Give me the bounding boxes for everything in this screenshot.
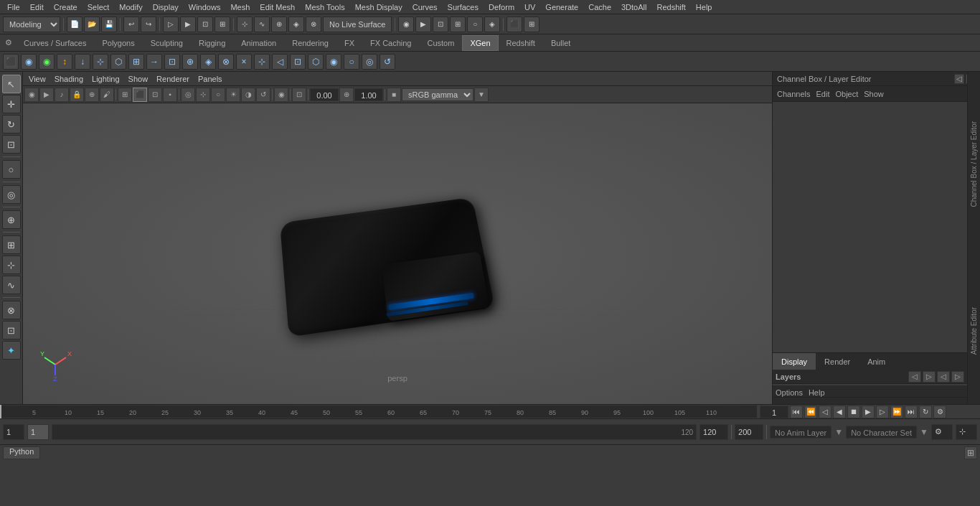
pb-next-frame[interactable]: ▷ (876, 406, 889, 418)
menu-windows[interactable]: Windows (184, 1, 225, 13)
vp-menu-show[interactable]: Show (126, 75, 151, 83)
joint-btn[interactable]: ⊹ (2, 256, 21, 274)
vp-audio-icon[interactable]: ♪ (55, 88, 69, 102)
rp-edit-menu[interactable]: Edit (816, 90, 829, 98)
vp-paint-icon[interactable]: 🖌 (100, 88, 114, 102)
snap-view-btn[interactable]: ◈ (288, 17, 304, 32)
rp-channels-menu[interactable]: Channels (777, 90, 810, 98)
menu-mesh-display[interactable]: Mesh Display (351, 1, 407, 13)
cam-btn[interactable]: ○ (467, 17, 483, 32)
extra-btn1[interactable]: ⚙ (931, 424, 953, 440)
tb2-icon-7[interactable]: ⊞ (128, 54, 144, 70)
mode-dropdown[interactable]: Modeling (3, 17, 60, 32)
tb2-icon-20[interactable]: ◎ (362, 54, 377, 70)
menu-deform[interactable]: Deform (484, 1, 519, 13)
vp-menu-view[interactable]: View (26, 75, 49, 83)
scale-tool-btn[interactable]: ⊡ (2, 135, 21, 154)
python-button[interactable]: Python (3, 446, 40, 459)
menu-create[interactable]: Create (50, 1, 82, 13)
ws-tab-polygons[interactable]: Polygons (94, 35, 142, 51)
ipr-btn[interactable]: ⊡ (433, 17, 448, 32)
sel-mode-btn1[interactable]: ▷ (163, 17, 179, 32)
grid-btn[interactable]: ⊡ (2, 321, 21, 339)
tb2-icon-13[interactable]: × (236, 54, 252, 70)
char-set-field[interactable]: No Character Set (846, 426, 917, 439)
pb-prev-frame[interactable]: ◁ (819, 406, 831, 418)
char-set-arrow[interactable]: ▼ (920, 427, 928, 437)
menu-redshift[interactable]: Redshift (652, 1, 689, 13)
rp-tab-render[interactable]: Render (816, 353, 859, 370)
menu-uv[interactable]: UV (520, 1, 540, 13)
layers-back2-btn[interactable]: ◁ (937, 371, 950, 383)
sel-mode-btn4[interactable]: ⊞ (215, 17, 230, 32)
vp-film-icon[interactable]: ▶ (39, 88, 54, 102)
snap-grid-btn[interactable]: ⊹ (237, 17, 253, 32)
extra-btn2[interactable]: ⊹ (956, 424, 977, 440)
menu-edit[interactable]: Edit (26, 1, 48, 13)
anim-layer-field[interactable]: No Anim Layer (770, 426, 831, 439)
menu-surfaces[interactable]: Surfaces (443, 1, 483, 13)
undo-btn[interactable]: ↩ (123, 17, 139, 32)
menu-curves[interactable]: Curves (408, 1, 442, 13)
snap-point-btn[interactable]: ⊕ (271, 17, 287, 32)
save-file-btn[interactable]: 💾 (101, 17, 117, 32)
vp-lock-icon[interactable]: 🔒 (70, 88, 84, 102)
tb2-icon-5[interactable]: ⊹ (93, 54, 108, 70)
rp-object-menu[interactable]: Object (835, 90, 858, 98)
rp-tab-display[interactable]: Display (773, 353, 816, 370)
ws-tab-redshift[interactable]: Redshift (499, 35, 543, 51)
pb-play-back[interactable]: ◀ (833, 406, 846, 418)
workspace-gear[interactable]: ⚙ (1, 35, 16, 51)
vp-cam-icon[interactable]: ◉ (24, 88, 39, 102)
tb2-icon-16[interactable]: ⊡ (290, 54, 306, 70)
tb2-icon-1[interactable]: ◉ (21, 54, 37, 70)
tb2-icon-12[interactable]: ⊗ (218, 54, 234, 70)
tb2-icon-17[interactable]: ⬡ (308, 54, 324, 70)
ws-tab-sculpting[interactable]: Sculpting (143, 35, 191, 51)
sel-mode-btn3[interactable]: ⊡ (197, 17, 213, 32)
vp-colorspace-select[interactable]: sRGB gamma (402, 88, 473, 101)
menu-modify[interactable]: Modify (115, 1, 146, 13)
tb2-icon-4[interactable]: ↓ (75, 54, 90, 70)
pb-prev-key[interactable]: ⏪ (804, 406, 817, 418)
tb2-icon-9[interactable]: ⊡ (164, 54, 180, 70)
snap-to-poly-btn[interactable]: ⊗ (2, 301, 21, 319)
menu-generate[interactable]: Generate (541, 1, 583, 13)
layout-btn2[interactable]: ⊞ (524, 17, 540, 32)
rp-pin-btn[interactable]: ◁ (954, 74, 964, 84)
layout-btn1[interactable]: ⬛ (507, 17, 522, 32)
pb-next-key[interactable]: ⏩ (890, 406, 903, 418)
vp-aa-icon[interactable]: ↺ (256, 88, 270, 102)
menu-3dtoall[interactable]: 3DtoAll (617, 1, 651, 13)
layers-opt2[interactable]: Help (809, 388, 825, 397)
layers-opt1[interactable]: Options (776, 388, 803, 397)
soft-mod-btn[interactable]: ◎ (2, 185, 21, 204)
menu-file[interactable]: File (3, 1, 24, 13)
vp-grid-icon[interactable]: ⊞ (118, 88, 132, 102)
frame-field2[interactable]: 1 (27, 424, 49, 440)
timeline-ruler[interactable]: 5 10 15 20 25 30 35 40 45 50 55 60 65 70… (0, 405, 757, 419)
vp-flat-icon[interactable]: ▪ (163, 88, 177, 102)
ws-tab-xgen[interactable]: XGen (462, 35, 498, 51)
tb2-icon-11[interactable]: ◈ (200, 54, 216, 70)
rp-show-menu[interactable]: Show (864, 90, 884, 98)
menu-mesh[interactable]: Mesh (226, 1, 254, 13)
xgen-btn[interactable]: ✦ (2, 341, 21, 360)
ws-tab-rigging[interactable]: Rigging (191, 35, 233, 51)
vp-snap-icon[interactable]: ⊕ (85, 88, 99, 102)
vp-cs-arrow[interactable]: ▼ (474, 88, 489, 102)
render-seq-btn[interactable]: ▶ (415, 17, 431, 32)
layers-back-btn[interactable]: ◁ (908, 371, 921, 383)
viewport-canvas[interactable]: persp X Y Z (23, 103, 772, 404)
tb2-icon-19[interactable]: ○ (344, 54, 359, 70)
live-surface-btn[interactable]: No Live Surface (323, 17, 392, 32)
show-manip-btn[interactable]: ⊕ (2, 210, 21, 229)
anim-layer-arrow[interactable]: ▼ (834, 427, 843, 437)
pb-play-fwd[interactable]: ▶ (862, 406, 875, 418)
tb2-icon-14[interactable]: ⊹ (254, 54, 270, 70)
anim-range-bar[interactable]: 120 (52, 424, 697, 440)
menu-mesh-tools[interactable]: Mesh Tools (301, 1, 349, 13)
vp-colorspace-icon[interactable]: ■ (387, 88, 401, 102)
select-tool-btn[interactable]: ↖ (2, 75, 21, 93)
frame-field1[interactable]: 1 (3, 424, 24, 440)
